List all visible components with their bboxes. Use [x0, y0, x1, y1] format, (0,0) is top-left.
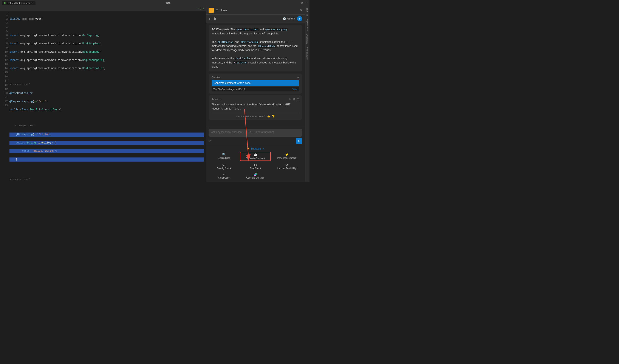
sidebar-maven-label[interactable]: m — [306, 14, 309, 16]
context-answer-block: POST requests. The @RestController and @… — [209, 25, 302, 71]
generate-comment-icon: 💬 — [253, 153, 257, 157]
thumbs-up-icon[interactable]: 👍 — [267, 115, 270, 118]
bito-panel-wrapper: t ☰ Home ⚙ ⬆ 🗑 🕐 History + — [206, 6, 305, 182]
shortcut-clean-code[interactable]: ✦ Clean Code — [209, 172, 239, 180]
input-area: Ask any technical question... (CTRL+Ente… — [206, 127, 305, 146]
inline-code-2: @RequestMapping — [265, 28, 288, 31]
home-label: Home — [220, 9, 227, 12]
refresh-icon[interactable]: ↻ — [289, 97, 291, 101]
editor-area: ✓ 1 ∧ 12345 678910 1112131415 1617181920… — [0, 6, 206, 182]
minimize-icon[interactable]: — — [305, 1, 308, 4]
bito-settings-icon[interactable]: ⚙ — [299, 9, 302, 12]
generate-comment-label: Generate Comment — [246, 157, 265, 160]
share-icon[interactable]: ⬆ — [209, 17, 211, 20]
trash-icon[interactable]: 🗑 — [213, 17, 216, 20]
answer-label-text: Answer : — [211, 98, 221, 100]
question-label-text: Question : — [211, 76, 222, 79]
answer-icons: ↻ ⧉ ⬆ — [289, 97, 299, 101]
sidebar-database-label[interactable]: Database — [306, 34, 309, 44]
security-check-icon: 🛡 — [222, 163, 225, 166]
share-answer-icon[interactable]: ⬆ — [297, 97, 299, 101]
history-icon: 🕐 — [283, 17, 286, 20]
answer-context-para2: The @GetMapping and @PostMapping annotat… — [211, 40, 298, 52]
editor-toolbar: ✓ 1 ∧ — [0, 6, 206, 11]
question-text: Generate comment for this code: — [211, 80, 299, 86]
bito-header: t ☰ Home ⚙ — [206, 6, 305, 15]
shortcut-performance-check[interactable]: ⚡ Performance Check — [272, 152, 302, 161]
history-button[interactable]: 🕐 History — [283, 17, 295, 20]
file-ref-text: TestBitoController.java #13-16 — [213, 88, 245, 91]
style-check-icon: TT — [253, 163, 257, 166]
shortcut-generate-unit-tests[interactable]: 🧬 Generate unit tests — [240, 172, 270, 180]
check-mark: ✓ — [197, 7, 199, 10]
settings-icon[interactable]: ⚙ — [301, 1, 303, 5]
answer-context-text: POST requests. The @RestController and @… — [211, 28, 288, 35]
check-count: 1 — [200, 7, 201, 10]
inline-code-1: @RestController — [236, 28, 259, 31]
title-bar-controls: ⚙ — — [301, 1, 308, 5]
sidebar-bito-label[interactable]: Bito — [306, 8, 309, 12]
security-check-label: Security Check — [217, 167, 231, 170]
explain-code-icon: 🔍 — [222, 153, 226, 156]
thumbs-down-icon[interactable]: 👎 — [272, 115, 275, 118]
edit-icon[interactable]: ✏ — [297, 76, 299, 79]
history-label: History — [287, 17, 295, 20]
shortcuts-grid: 🔍 Explain Code 💬 Generate Comment ⚡ Perf… — [209, 152, 302, 180]
bito-panel: t ☰ Home ⚙ ⬆ 🗑 🕐 History + — [206, 6, 305, 182]
tab-close-btn[interactable]: ✕ — [32, 2, 33, 4]
shortcuts-header: ⚡ Shortcuts ∨ — [209, 147, 302, 150]
feedback-row: Was the last answer useful? 👍 👎 — [211, 113, 299, 118]
bito-home-nav[interactable]: ☰ Home — [216, 9, 297, 12]
editor-tab[interactable]: TestBitoController.java ✕ — [2, 1, 36, 5]
inline-code-7: /api/echo — [233, 61, 248, 64]
code-editor: 12345 678910 1112131415 1617181920 21222… — [0, 11, 206, 182]
improve-readability-icon: ⚙ — [285, 163, 288, 166]
undo-icon[interactable]: ↩ — [209, 139, 211, 143]
check-indicator: ✓ 1 ∧ — [197, 7, 204, 10]
feedback-text: Was the last answer useful? — [236, 115, 265, 118]
tab-dot — [4, 2, 6, 4]
answer-text: This endpoint is used to return the Stri… — [211, 103, 299, 111]
improve-readability-label: Improve Readability — [277, 167, 296, 170]
hamburger-icon: ☰ — [216, 9, 218, 12]
generate-unit-tests-icon: 🧬 — [253, 173, 257, 176]
chat-area[interactable]: POST requests. The @RestController and @… — [206, 23, 305, 127]
title-bar-left: TestBitoController.java ✕ — [2, 1, 36, 5]
shortcut-generate-comment[interactable]: 💬 Generate Comment — [240, 152, 270, 161]
check-chevron[interactable]: ∧ — [202, 7, 204, 10]
send-icon: ➤ — [298, 139, 300, 143]
input-placeholder: Ask any technical question... (CTRL+Ente… — [211, 131, 274, 134]
sidebar-bigdata-label[interactable]: Big Data Tools — [306, 19, 309, 31]
shortcut-explain-code[interactable]: 🔍 Explain Code — [209, 152, 239, 161]
line-numbers: 12345 678910 1112131415 1617181920 21222… — [0, 11, 9, 182]
shortcut-improve-readability[interactable]: ⚙ Improve Readability — [272, 162, 302, 170]
inline-code-5: @RequestBody — [257, 44, 276, 48]
shortcut-security-check[interactable]: 🛡 Security Check — [209, 162, 239, 170]
bito-toolbar: ⬆ 🗑 🕐 History + — [206, 15, 305, 23]
inline-code-4: @PostMapping — [240, 40, 259, 44]
new-chat-button[interactable]: + — [297, 16, 302, 21]
inline-code-3: @GetMapping — [217, 40, 234, 44]
main-layout: ✓ 1 ∧ 12345 678910 1112131415 1617181920… — [0, 6, 310, 182]
tab-filename: TestBitoController.java — [6, 2, 30, 4]
generate-unit-tests-label: Generate unit tests — [246, 177, 265, 179]
clean-code-icon: ✦ — [223, 173, 225, 176]
clean-code-label: Clean Code — [218, 177, 230, 179]
shortcut-style-check[interactable]: TT Style Check — [240, 162, 270, 170]
view-link[interactable]: View — [292, 88, 297, 91]
question-label: Question : ✏ — [211, 76, 299, 79]
performance-check-icon: ⚡ — [285, 153, 289, 156]
right-sidebar: Bito m Big Data Tools Database Notificat… — [305, 6, 310, 182]
code-text[interactable]: package ■ ■ ■ ■ ■ler; import org.springf… — [9, 11, 206, 182]
answer-context-para3: In this example, the /api/hello endpoint… — [211, 57, 296, 68]
sidebar-notifications-label[interactable]: Notifications — [306, 47, 309, 60]
question-block: Question : ✏ Generate comment for this c… — [209, 74, 302, 94]
question-input[interactable]: Ask any technical question... (CTRL+Ente… — [209, 129, 302, 137]
shortcuts-label[interactable]: ⚡ Shortcuts ∨ — [247, 147, 264, 150]
add-icon: + — [298, 17, 300, 21]
send-button[interactable]: ➤ — [296, 138, 302, 144]
copy-icon[interactable]: ⧉ — [293, 97, 295, 101]
input-toolbar: ↩ ➤ — [209, 138, 302, 144]
answer-label: Answer : ↻ ⧉ ⬆ — [211, 97, 299, 101]
shortcuts-section: ⚡ Shortcuts ∨ 🔍 Explain Code 💬 Generate … — [206, 146, 305, 182]
